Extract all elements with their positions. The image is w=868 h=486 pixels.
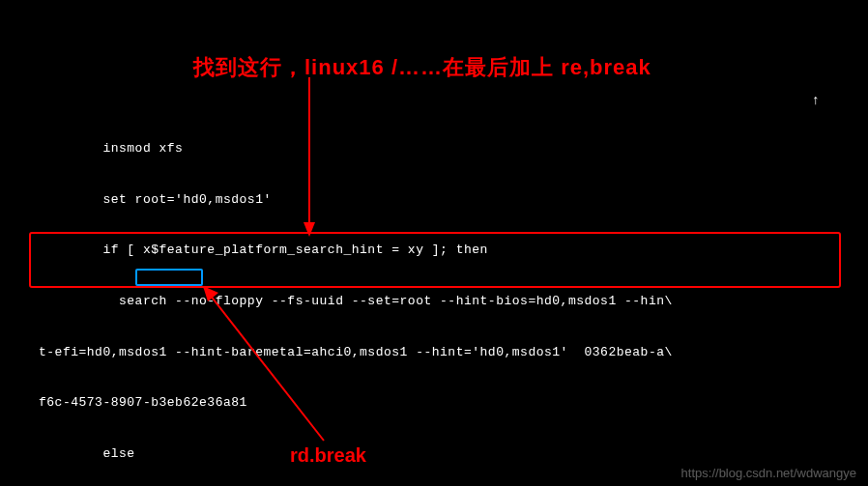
code-line: insmod xfs: [39, 140, 673, 157]
code-line: if [ x$feature_platform_search_hint = xy…: [39, 242, 673, 259]
up-arrow-glyph: ↑: [812, 93, 820, 108]
svg-marker-3: [203, 286, 218, 301]
annotation-label-bottom: rd.break: [290, 444, 366, 467]
svg-line-2: [203, 286, 324, 441]
arrow-diagonal-icon: [203, 286, 358, 450]
code-line: set root='hd0,msdos1': [39, 191, 673, 209]
annotation-instruction-top: 找到这行，linux16 /……在最后加上 re,break: [193, 53, 651, 82]
watermark-footer: https://blog.csdn.net/wdwangye: [681, 466, 856, 480]
